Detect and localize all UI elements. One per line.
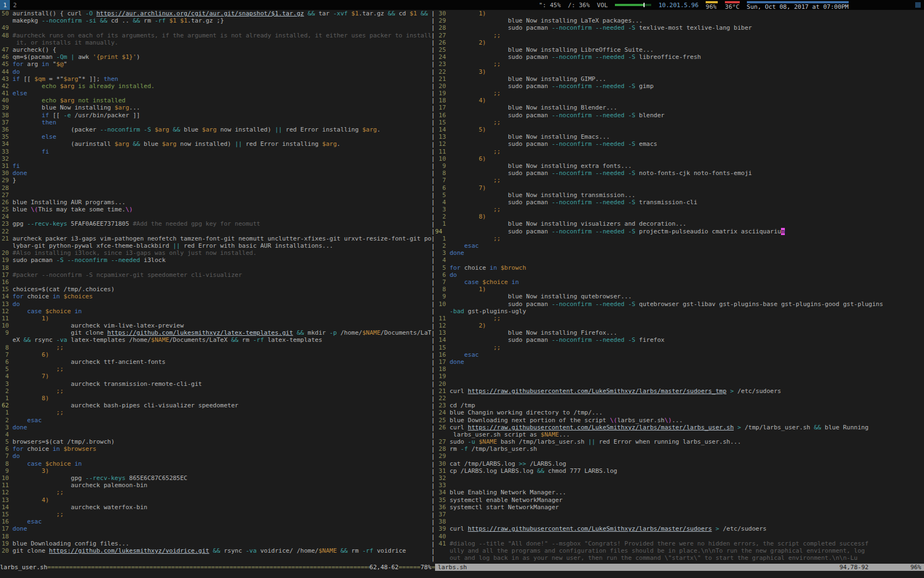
code-line[interactable]: 4 7): [2, 373, 431, 380]
code-line[interactable]: 3done: [2, 424, 431, 431]
wrap-line[interactable]: makepkg --noconfirm -si && cd .. && rm -…: [2, 17, 431, 24]
code-line[interactable]: 6 7): [435, 184, 924, 192]
code-line[interactable]: 5browsers=$(cat /tmp/.browch): [2, 438, 431, 445]
tag-1[interactable]: 1: [0, 0, 10, 10]
wrap-line[interactable]: eX && rsync -va latex-templates /home/$N…: [2, 336, 431, 343]
code-line[interactable]: 48#aurcheck runs on each of its argument…: [2, 32, 431, 39]
code-line[interactable]: 2 esac: [2, 417, 431, 424]
code-line[interactable]: 41else: [2, 90, 431, 97]
code-line[interactable]: 37: [435, 511, 924, 518]
code-line[interactable]: 30cat /tmp/LARBS.log >> /LARBS.log: [435, 460, 924, 467]
code-line[interactable]: 7 case $choice in: [435, 279, 924, 286]
code-line[interactable]: 12 case $choice in: [2, 308, 431, 315]
wrap-line[interactable]: it, or installs it manually.: [2, 39, 431, 46]
wrap-line[interactable]: lybar-git python-pywal xfce-theme-blackb…: [2, 242, 431, 249]
code-line[interactable]: 11 1): [2, 315, 431, 322]
code-line[interactable]: 27: [2, 192, 431, 199]
code-line[interactable]: 19 ;;: [435, 90, 924, 97]
code-line[interactable]: 3 aurcheck transmission-remote-cli-git: [2, 380, 431, 388]
wrap-line[interactable]: larbs_user.sh script as $NAME...: [435, 431, 924, 438]
code-line[interactable]: 50aurinstall() { curl -O https://aur.arc…: [2, 10, 431, 17]
code-line[interactable]: 4 sudo pacman --noconfirm --needed -S tr…: [435, 199, 924, 206]
wrap-line[interactable]: ully and all the programs and configurat…: [435, 547, 924, 554]
code-line[interactable]: 23 ;;: [435, 61, 924, 68]
code-line[interactable]: 6for choice in $browsers: [2, 445, 431, 452]
code-line[interactable]: 34 (aurinstall $arg && blue $arg now ins…: [2, 140, 431, 148]
code-line[interactable]: 15choices=$(cat /tmp/.choices): [2, 286, 431, 293]
code-line[interactable]: 35 else: [2, 133, 431, 140]
code-line[interactable]: 30done: [2, 170, 431, 177]
code-line[interactable]: 37 then: [2, 119, 431, 126]
code-line[interactable]: 1 8): [2, 395, 431, 402]
code-line[interactable]: 29}: [2, 177, 431, 184]
code-line[interactable]: 7 6): [2, 351, 431, 358]
code-line[interactable]: 45for arg in "$@": [2, 61, 431, 68]
code-line[interactable]: 15 ;;: [435, 119, 924, 126]
code-line[interactable]: 21curl https://raw.githubusercontent.com…: [435, 388, 924, 395]
code-line[interactable]: 18 4): [435, 97, 924, 104]
code-line[interactable]: 43if [[ $qm = *"$arg"* ]]; then: [2, 75, 431, 83]
code-line[interactable]: 3done: [435, 249, 924, 257]
code-line[interactable]: 16 sudo pacman --noconfirm --needed -S b…: [435, 112, 924, 119]
code-line[interactable]: 11 ;;: [435, 148, 924, 155]
code-line[interactable]: 34blue Enabling Network Manager...: [435, 489, 924, 496]
code-line[interactable]: 44do: [2, 68, 431, 75]
code-line[interactable]: 46qm=$(pacman -Qm | awk '{print $1}'): [2, 53, 431, 61]
code-line[interactable]: 11 aurcheck palemoon-bin: [2, 482, 431, 489]
code-line[interactable]: 94 sudo pacman --noconfirm --needed -S p…: [435, 228, 924, 235]
code-line[interactable]: 18: [2, 533, 431, 540]
code-line[interactable]: 29: [435, 452, 924, 460]
code-line[interactable]: 6 aurcheck ttf-ancient-fonts: [2, 358, 431, 366]
code-line[interactable]: 12 2): [435, 322, 924, 329]
code-line[interactable]: 35systemctl enable NetworkManager: [435, 497, 924, 504]
code-line[interactable]: 1 ;;: [435, 235, 924, 242]
code-line[interactable]: 36 (packer --noconfirm -S $arg && blue $…: [2, 126, 431, 133]
code-line[interactable]: 13do: [2, 301, 431, 308]
code-line[interactable]: 8 case $choice in: [2, 460, 431, 467]
code-line[interactable]: 8 sudo pacman --noconfirm --needed -S no…: [435, 170, 924, 177]
code-line[interactable]: 22: [435, 395, 924, 402]
code-line[interactable]: 28rm -f /tmp/larbs_user.sh: [435, 445, 924, 452]
code-line[interactable]: 4: [2, 431, 431, 438]
code-line[interactable]: 24: [2, 213, 431, 220]
code-line[interactable]: 40 echo $arg not installed: [2, 97, 431, 104]
code-line[interactable]: 18: [435, 366, 924, 373]
code-line[interactable]: 12 sudo pacman --noconfirm --needed -S e…: [435, 140, 924, 148]
code-line[interactable]: 28: [2, 184, 431, 192]
code-line[interactable]: 17 blue Now installing Blender...: [435, 104, 924, 111]
code-line[interactable]: 10 aurcheck vim-live-latex-preview: [2, 322, 431, 329]
code-line[interactable]: 40: [435, 533, 924, 540]
code-line[interactable]: 14 5): [435, 126, 924, 133]
code-line[interactable]: 10 gpg --recv-keys 865E6C87C65285EC: [2, 475, 431, 482]
code-line[interactable]: 1 ;;: [2, 409, 431, 416]
code-line[interactable]: 8 1): [435, 286, 924, 293]
code-line[interactable]: 33: [435, 482, 924, 489]
code-line[interactable]: 39 blue Now installing $arg...: [2, 104, 431, 111]
code-line[interactable]: 2 esac: [435, 242, 924, 249]
code-line[interactable]: 20 sudo pacman --noconfirm --needed -S g…: [435, 83, 924, 90]
code-line[interactable]: 9 git clone https://github.com/lukesmith…: [2, 329, 431, 336]
code-line[interactable]: 36systemctl start NetworkManager: [435, 504, 924, 511]
code-line[interactable]: 32: [435, 475, 924, 482]
code-line[interactable]: 16: [2, 279, 431, 286]
code-line[interactable]: 5 blue Now installing transmission...: [435, 192, 924, 199]
code-line[interactable]: 4: [435, 257, 924, 264]
code-line[interactable]: 17done: [435, 358, 924, 366]
code-line[interactable]: 21aurcheck packer i3-gaps vim-pathogen n…: [2, 235, 431, 242]
statusline-inactive[interactable]: larbs_user.sh ==========================…: [0, 564, 435, 571]
code-line[interactable]: 38: [435, 518, 924, 525]
code-line[interactable]: 17done: [2, 525, 431, 532]
code-line[interactable]: 47aurcheck() {: [2, 46, 431, 53]
code-line[interactable]: 20: [435, 380, 924, 388]
code-line[interactable]: 14 aurcheck waterfox-bin: [2, 504, 431, 511]
code-line[interactable]: 6do: [435, 271, 924, 279]
code-line[interactable]: 39curl https://raw.githubusercontent.com…: [435, 525, 924, 532]
vim-pane-right[interactable]: 30 1)29 blue Now installing LaTeX packag…: [435, 10, 924, 564]
code-line[interactable]: 22 3): [435, 68, 924, 75]
code-line[interactable]: 31fi: [2, 162, 431, 170]
code-line[interactable]: 8 ;;: [2, 344, 431, 351]
code-line[interactable]: 19: [435, 373, 924, 380]
code-line[interactable]: 10 6): [435, 155, 924, 162]
code-line[interactable]: 42 echo $arg is already installed.: [2, 83, 431, 90]
code-line[interactable]: 2 8): [435, 213, 924, 220]
